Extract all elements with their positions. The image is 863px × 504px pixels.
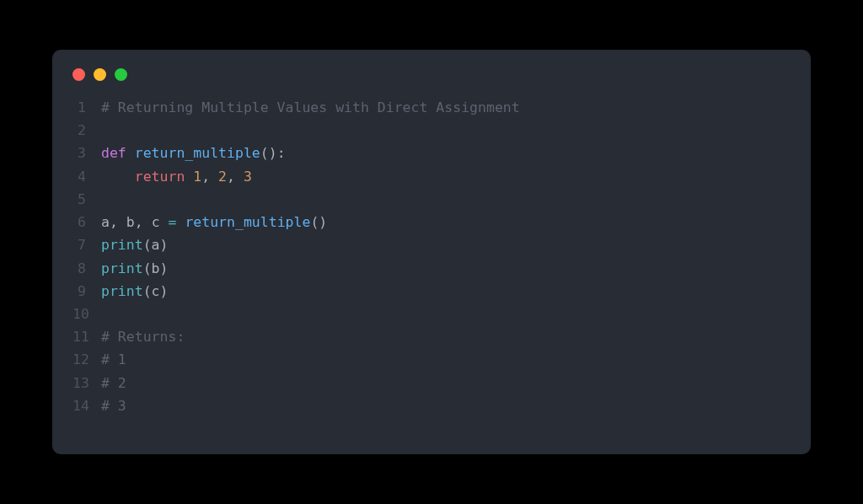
zoom-icon[interactable] <box>115 68 127 81</box>
line-content: # Returning Multiple Values with Direct … <box>101 96 791 119</box>
line-number: 9 <box>72 280 101 303</box>
window-controls <box>72 68 791 81</box>
code-line: 3def return_multiple(): <box>72 142 791 164</box>
token: return <box>135 169 194 185</box>
code-line: 9print(c) <box>72 280 791 303</box>
token: return_multiple <box>185 214 310 230</box>
line-number: 4 <box>72 165 101 188</box>
line-number: 13 <box>72 372 101 394</box>
token: ) <box>160 237 169 253</box>
token: = <box>160 214 185 230</box>
line-content: print(a) <box>101 233 791 256</box>
line-number: 10 <box>72 303 101 325</box>
code-window: 1# Returning Multiple Values with Direct… <box>52 50 811 454</box>
token: # 1 <box>101 351 126 367</box>
line-content: def return_multiple(): <box>101 142 791 164</box>
line-content: a, b, c = return_multiple() <box>101 211 791 233</box>
line-number: 12 <box>72 348 101 371</box>
token: a <box>101 214 110 230</box>
line-content <box>101 188 791 211</box>
line-number: 11 <box>72 325 101 348</box>
token: , <box>201 169 218 185</box>
token: return_multiple <box>135 145 260 161</box>
token: # 3 <box>101 398 126 414</box>
token: print <box>101 237 143 253</box>
token: c <box>152 214 160 230</box>
token: (): <box>260 145 286 161</box>
code-line: 2 <box>72 119 791 142</box>
code-line: 10 <box>72 303 791 325</box>
line-number: 6 <box>72 211 101 233</box>
code-line: 8print(b) <box>72 257 791 280</box>
line-number: 14 <box>72 394 101 417</box>
token: # Returns: <box>101 329 185 345</box>
line-content: return 1, 2, 3 <box>101 165 791 188</box>
token <box>101 169 135 185</box>
token: () <box>310 214 327 230</box>
line-number: 1 <box>72 96 101 119</box>
token: b <box>152 260 160 276</box>
token: ( <box>143 260 152 276</box>
token: c <box>152 283 160 299</box>
code-line: 6a, b, c = return_multiple() <box>72 211 791 233</box>
token: ( <box>143 283 152 299</box>
code-line: 11# Returns: <box>72 325 791 348</box>
token: 2 <box>218 169 227 185</box>
token: def <box>101 145 135 161</box>
line-content <box>101 303 791 325</box>
line-content: # 2 <box>101 372 791 394</box>
line-content: print(c) <box>101 280 791 303</box>
code-line: 14# 3 <box>72 394 791 417</box>
line-number: 8 <box>72 257 101 280</box>
minimize-icon[interactable] <box>94 68 106 81</box>
token: # Returning Multiple Values with Direct … <box>101 99 520 115</box>
close-icon[interactable] <box>72 68 85 81</box>
code-line: 5 <box>72 188 791 211</box>
token: 1 <box>193 169 201 185</box>
code-line: 4 return 1, 2, 3 <box>72 165 791 188</box>
line-content: # Returns: <box>101 325 791 348</box>
line-number: 2 <box>72 119 101 142</box>
token: ) <box>160 260 169 276</box>
token: , <box>227 169 244 185</box>
line-content: print(b) <box>101 257 791 280</box>
line-content: # 3 <box>101 394 791 417</box>
code-line: 7print(a) <box>72 233 791 256</box>
line-content: # 1 <box>101 348 791 371</box>
token: ( <box>143 237 152 253</box>
token: print <box>101 260 143 276</box>
code-line: 12# 1 <box>72 348 791 371</box>
token: 3 <box>244 169 252 185</box>
token: , <box>135 214 152 230</box>
line-content <box>101 119 791 142</box>
code-line: 13# 2 <box>72 372 791 394</box>
token: a <box>152 237 160 253</box>
line-number: 7 <box>72 233 101 256</box>
token: print <box>101 283 143 299</box>
code-line: 1# Returning Multiple Values with Direct… <box>72 96 791 119</box>
token: ) <box>160 283 169 299</box>
token: b <box>126 214 135 230</box>
token: , <box>110 214 126 230</box>
token: # 2 <box>101 375 126 391</box>
line-number: 3 <box>72 142 101 164</box>
line-number: 5 <box>72 188 101 211</box>
code-block: 1# Returning Multiple Values with Direct… <box>72 96 791 417</box>
